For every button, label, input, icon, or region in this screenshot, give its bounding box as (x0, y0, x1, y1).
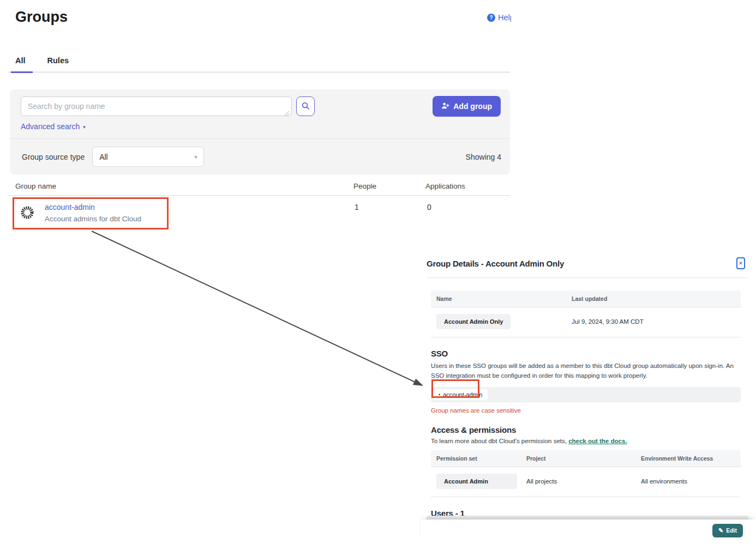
column-permission-set: Permission set (436, 455, 526, 462)
panel-title: Group Details - Account Admin Only (427, 259, 564, 268)
filter-panel: Add group Advanced search ▾ Group source… (10, 89, 510, 174)
tab-rules[interactable]: Rules (47, 56, 69, 65)
caret-down-icon: ▾ (195, 154, 197, 160)
column-environment-write-access: Environment Write Access (641, 455, 735, 462)
last-updated-value: Jul 9, 2024, 9:30 AM CDT (572, 318, 735, 325)
advanced-search-link[interactable]: Advanced search ▾ (21, 122, 86, 131)
permissions-table-header: Permission set Project Environment Write… (431, 450, 741, 467)
group-people-count: 1 (355, 203, 359, 211)
add-user-icon (441, 102, 449, 111)
search-input[interactable] (21, 96, 292, 116)
bullet-icon: • (439, 392, 440, 397)
help-icon: ? (487, 14, 495, 22)
edit-button[interactable]: ✎ Edit (712, 524, 743, 537)
help-link[interactable]: ? Help (487, 13, 511, 22)
name-table: Name Last updated Account Admin Only Jul… (431, 291, 741, 337)
docs-link[interactable]: check out the docs. (568, 438, 627, 444)
column-last-updated: Last updated (572, 295, 735, 302)
group-source-type-select[interactable]: All ▾ (92, 147, 204, 167)
edit-button-label: Edit (726, 527, 737, 534)
sso-group-name: account-admin (443, 391, 482, 398)
column-people: People (353, 182, 376, 190)
close-icon[interactable]: ✕ (736, 257, 745, 269)
group-applications-count: 0 (427, 203, 431, 211)
users-table-top-sliver (427, 516, 748, 519)
search-row: Add group Advanced search ▾ (10, 89, 510, 139)
tab-bar: All Rules (15, 56, 69, 65)
active-tab-indicator (11, 71, 33, 73)
add-group-button[interactable]: Add group (433, 96, 501, 117)
table-header-divider (8, 195, 510, 196)
sso-group-chip: • account-admin (434, 389, 488, 400)
group-burst-icon (20, 205, 35, 222)
group-source-type-row: Group source type All ▾ Showing 4 (10, 139, 510, 174)
tab-underline (8, 71, 510, 73)
environment-write-access-value: All environments (641, 478, 735, 485)
column-name: Name (436, 295, 572, 302)
column-group-name: Group name (15, 182, 56, 190)
add-group-label: Add group (453, 102, 492, 111)
access-permissions-description: To learn more about dbt Cloud's permissi… (431, 438, 748, 444)
search-button[interactable] (296, 96, 315, 116)
group-name-link[interactable]: account-admin (45, 203, 95, 211)
groups-page: Groups ? Help All Rules Add group (0, 0, 756, 550)
permission-set-chip: Account Admin (436, 474, 517, 489)
page-title: Groups (15, 9, 68, 26)
sso-groups-bar: • account-admin (431, 387, 741, 402)
table-row: Account Admin All projects All environme… (431, 467, 741, 497)
sso-heading: SSO (431, 349, 748, 358)
pencil-icon: ✎ (718, 527, 723, 534)
sso-description: Users in these SSO groups will be added … (431, 361, 743, 381)
panel-header: Group Details - Account Admin Only ✕ (427, 252, 748, 277)
group-details-panel: Group Details - Account Admin Only ✕ Nam… (427, 252, 748, 521)
help-label: Help (498, 13, 511, 22)
table-row: Account Admin Only Jul 9, 2024, 9:30 AM … (431, 307, 741, 337)
group-name-chip: Account Admin Only (436, 314, 511, 329)
search-icon (301, 101, 310, 112)
caret-down-icon: ▾ (83, 123, 86, 130)
table-row[interactable]: account-admin Account admins for dbt Clo… (15, 197, 510, 230)
column-applications: Applications (425, 182, 465, 190)
group-description: Account admins for dbt Cloud (45, 215, 141, 223)
case-sensitive-warning: Group names are case sensitive (431, 407, 748, 414)
access-permissions-heading: Access & permissions (431, 425, 748, 434)
showing-count: Showing 4 (466, 153, 501, 161)
group-source-type-value: All (99, 153, 108, 161)
panel-divider (427, 277, 748, 278)
tab-all[interactable]: All (15, 56, 26, 65)
group-source-type-label: Group source type (22, 153, 85, 161)
panel-footer: ✎ Edit (421, 519, 756, 541)
permissions-table: Permission set Project Environment Write… (431, 450, 741, 497)
project-value: All projects (526, 478, 641, 485)
column-project: Project (526, 455, 641, 462)
name-table-header: Name Last updated (431, 291, 741, 307)
